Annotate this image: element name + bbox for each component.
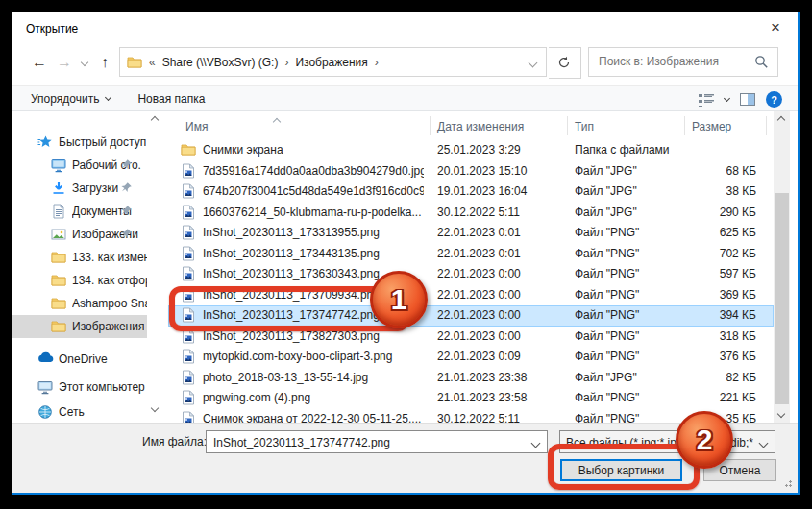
file-row[interactable]: mytopkid.com-boxy-boo-clipart-3.png22.01… bbox=[168, 347, 774, 368]
organize-button[interactable]: Упорядочить bbox=[31, 92, 111, 106]
breadcrumb-item-folder[interactable]: Изображения bbox=[295, 56, 367, 69]
filename-input[interactable] bbox=[211, 435, 523, 450]
address-bar[interactable]: « Share (\\VBoxSvr) (G:) › Изображения › bbox=[119, 47, 547, 77]
resize-grip-icon[interactable] bbox=[782, 477, 792, 487]
file-date: 22.01.2023 0:00 bbox=[437, 329, 567, 343]
sidebar-item-label: Быстрый доступ bbox=[59, 135, 146, 149]
sidebar-item[interactable]: Загрузки bbox=[12, 177, 147, 200]
image-file-icon bbox=[181, 205, 196, 220]
sidebar-item[interactable]: Этот компьютер bbox=[12, 376, 147, 399]
preview-pane-button[interactable] bbox=[740, 93, 755, 106]
folder-icon bbox=[181, 142, 196, 158]
file-size: 394 КБ bbox=[649, 308, 756, 322]
search-box bbox=[588, 47, 778, 77]
sort-ascending-icon bbox=[273, 118, 281, 126]
pin-icon bbox=[120, 182, 133, 197]
up-button[interactable]: ↑ bbox=[93, 46, 116, 79]
file-row[interactable]: Снимки экрана25.01.2023 3:29Папка с файл… bbox=[168, 140, 774, 161]
sidebar-item-label: OneDrive bbox=[59, 352, 108, 366]
new-folder-button[interactable]: Новая папка bbox=[137, 92, 205, 106]
column-header-name[interactable]: Имя bbox=[185, 120, 208, 133]
search-input[interactable] bbox=[597, 54, 754, 69]
image-file-icon bbox=[181, 349, 196, 364]
command-bar: Упорядочить Новая папка ? bbox=[12, 85, 798, 111]
file-name: 1660376214_50-klubmama-ru-p-podelka... bbox=[203, 206, 424, 219]
desktop-icon bbox=[51, 158, 66, 173]
file-name: Снимок экрана от 2022-12-30 05-11-25.... bbox=[203, 412, 424, 424]
file-list: Имя Дата изменения Тип Размер Снимки экр… bbox=[168, 111, 790, 423]
annotation-step1-badge: 1 bbox=[370, 271, 428, 328]
sidebar-item[interactable]: OneDrive bbox=[12, 348, 147, 371]
computer-icon bbox=[37, 379, 53, 395]
list-scrollbar[interactable] bbox=[774, 111, 790, 423]
forward-button[interactable]: → bbox=[53, 46, 76, 79]
file-date: 22.01.2023 0:09 bbox=[437, 350, 567, 363]
view-dropdown-icon[interactable] bbox=[724, 95, 730, 102]
breadcrumb-separator-icon: › bbox=[284, 56, 288, 69]
filename-dropdown-icon[interactable] bbox=[531, 439, 541, 448]
sidebar-item[interactable]: 133. как измени bbox=[12, 246, 147, 269]
file-size: 597 КБ bbox=[649, 267, 756, 280]
breadcrumb-collapse[interactable]: « bbox=[149, 56, 156, 69]
image-file-icon bbox=[181, 411, 196, 424]
annotation-step2-number: 2 bbox=[697, 424, 713, 456]
file-date: 21.01.2023 23:58 bbox=[437, 391, 567, 404]
file-row[interactable]: 674b207f30041c5d48da549e1d3f916cd0c9...1… bbox=[168, 182, 774, 203]
breadcrumb-item-drive[interactable]: Share (\\VBoxSvr) (G:) bbox=[162, 56, 279, 69]
column-divider[interactable] bbox=[430, 116, 431, 135]
column-divider[interactable] bbox=[766, 116, 767, 135]
file-size: 376 КБ bbox=[649, 350, 756, 363]
file-name: 7d35916a174dd0a0aa0dba3b904279d0.jpg bbox=[203, 164, 424, 178]
file-size: 625 КБ bbox=[649, 226, 756, 239]
file-size: 369 КБ bbox=[649, 288, 756, 302]
sidebar-item[interactable]: Изображения bbox=[12, 315, 147, 338]
scroll-up-icon[interactable] bbox=[777, 116, 785, 124]
annotation-step2-badge: 2 bbox=[676, 411, 733, 469]
scroll-down-icon[interactable] bbox=[777, 410, 785, 418]
file-date: 19.01.2023 16:04 bbox=[437, 184, 567, 198]
recent-locations-button[interactable] bbox=[77, 46, 92, 79]
file-row[interactable]: InShot_20230113_173443135.png22.01.2023 … bbox=[168, 244, 774, 265]
file-row[interactable]: 7d35916a174dd0a0aa0dba3b904279d0.jpg20.0… bbox=[168, 161, 774, 182]
search-icon bbox=[754, 55, 770, 70]
file-row[interactable]: InShot_20230113_173630343.png22.01.2023 … bbox=[168, 264, 774, 285]
file-row[interactable]: pngwing.com (4).png21.01.2023 23:58Файл … bbox=[168, 388, 774, 409]
sidebar-item-label: 133. как измени bbox=[72, 251, 147, 264]
image-file-icon bbox=[181, 390, 196, 405]
close-button[interactable]: × bbox=[761, 14, 790, 41]
back-button[interactable]: ← bbox=[28, 46, 51, 79]
refresh-button[interactable] bbox=[549, 47, 581, 79]
navigation-pane: Быстрый доступРабочий сто.ЗагрузкиДокуме… bbox=[12, 111, 164, 423]
pin-icon bbox=[120, 205, 133, 220]
file-row[interactable]: 1660376214_50-klubmama-ru-p-podelka...30… bbox=[168, 203, 774, 224]
sidebar-item[interactable]: Изображени bbox=[12, 223, 147, 246]
scrollbar-thumb[interactable] bbox=[775, 193, 789, 404]
column-divider[interactable] bbox=[684, 116, 685, 135]
sidebar-item[interactable]: Ashampoo Snap bbox=[12, 292, 147, 315]
sidebar-item[interactable]: Сеть bbox=[12, 400, 147, 423]
new-folder-label: Новая папка bbox=[137, 92, 205, 106]
file-size: 38 КБ bbox=[649, 184, 756, 198]
file-size: 82 КБ bbox=[649, 371, 756, 384]
address-dropdown-icon[interactable] bbox=[529, 59, 538, 68]
column-header-size[interactable]: Размер bbox=[692, 120, 731, 133]
file-row[interactable]: InShot_20230113_173313955.png22.01.2023 … bbox=[168, 223, 774, 244]
help-button[interactable]: ? bbox=[766, 91, 782, 108]
sidebar-item-label: Ashampoo Snap bbox=[72, 297, 147, 310]
sidebar-item[interactable]: Документы bbox=[12, 200, 147, 223]
sidebar-item[interactable]: Быстрый доступ bbox=[12, 131, 147, 154]
file-name: photo_2018-03-13_13-55-14.jpg bbox=[203, 371, 424, 384]
network-icon bbox=[37, 404, 53, 420]
sidebar-scroll-up-icon[interactable] bbox=[151, 116, 159, 124]
image-file-icon bbox=[181, 183, 196, 199]
column-header-date[interactable]: Дата изменения bbox=[437, 120, 524, 133]
change-view-button[interactable] bbox=[699, 93, 714, 107]
file-row[interactable]: photo_2018-03-13_13-55-14.jpg21.01.2023 … bbox=[168, 368, 774, 389]
file-name: Снимки экрана bbox=[203, 143, 424, 157]
sidebar-item[interactable]: Рабочий сто. bbox=[12, 154, 147, 177]
column-divider[interactable] bbox=[567, 116, 568, 135]
sidebar-item[interactable]: 134. как отформ bbox=[12, 269, 147, 292]
column-header-type[interactable]: Тип bbox=[575, 120, 594, 133]
file-rows: Снимки экрана25.01.2023 3:29Папка с файл… bbox=[168, 140, 774, 423]
back-icon: ← bbox=[32, 54, 47, 71]
